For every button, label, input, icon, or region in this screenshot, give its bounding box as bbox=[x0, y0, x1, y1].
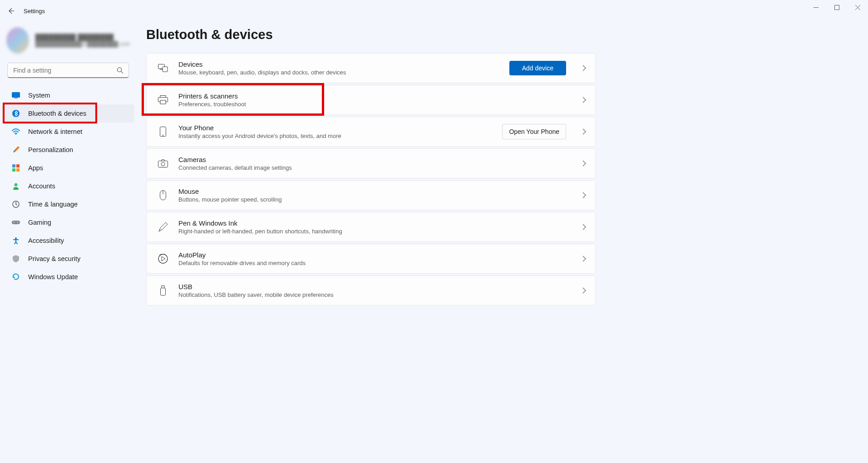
sidebar-item-accessibility[interactable]: Accessibility bbox=[2, 232, 134, 250]
sidebar-item-label: Network & internet bbox=[28, 128, 82, 135]
close-button[interactable] bbox=[847, 0, 868, 15]
shield-icon bbox=[12, 255, 20, 263]
sidebar-item-privacy-security[interactable]: Privacy & security bbox=[2, 250, 134, 268]
sidebar: █████████ ████████ ████████████@████████… bbox=[0, 22, 136, 307]
card-subtitle: Preferences, troubleshoot bbox=[178, 101, 566, 108]
card-subtitle: Defaults for removable drives and memory… bbox=[178, 260, 566, 266]
sidebar-item-gaming[interactable]: Gaming bbox=[2, 213, 134, 232]
maximize-button[interactable] bbox=[826, 0, 847, 15]
card-usb[interactable]: USB Notifications, USB battery saver, mo… bbox=[146, 276, 596, 305]
card-devices[interactable]: Devices Mouse, keyboard, pen, audio, dis… bbox=[146, 53, 596, 83]
svg-point-34 bbox=[158, 254, 168, 263]
accessibility-icon bbox=[12, 236, 20, 245]
window-controls bbox=[805, 0, 868, 15]
chevron-right-icon bbox=[582, 224, 586, 230]
sidebar-item-personalization[interactable]: Personalization bbox=[2, 141, 134, 159]
sidebar-item-bluetooth-devices[interactable]: Bluetooth & devices bbox=[2, 104, 134, 123]
profile-block[interactable]: █████████ ████████ ████████████@████████… bbox=[2, 22, 134, 63]
page-title: Bluetooth & devices bbox=[146, 27, 859, 42]
svg-text:文: 文 bbox=[15, 201, 17, 204]
card-title: USB bbox=[178, 283, 566, 291]
sidebar-item-network[interactable]: Network & internet bbox=[2, 123, 134, 141]
card-subtitle: Connected cameras, default image setting… bbox=[178, 164, 566, 171]
chevron-right-icon bbox=[582, 160, 586, 167]
svg-point-10 bbox=[15, 134, 16, 135]
card-subtitle: Instantly access your Android device's p… bbox=[178, 133, 492, 139]
card-cameras[interactable]: Cameras Connected cameras, default image… bbox=[146, 148, 596, 178]
card-printers-scanners[interactable]: Printers & scanners Preferences, trouble… bbox=[146, 85, 596, 115]
card-subtitle: Mouse, keyboard, pen, audio, displays an… bbox=[178, 69, 499, 76]
minimize-button[interactable] bbox=[805, 0, 826, 15]
mouse-icon bbox=[158, 190, 168, 201]
paintbrush-icon bbox=[12, 146, 20, 154]
svg-rect-25 bbox=[160, 96, 166, 98]
svg-point-20 bbox=[17, 222, 18, 223]
card-your-phone[interactable]: Your Phone Instantly access your Android… bbox=[146, 117, 596, 147]
system-icon bbox=[12, 91, 20, 99]
open-your-phone-button[interactable]: Open Your Phone bbox=[502, 124, 566, 139]
card-pen-ink[interactable]: Pen & Windows Ink Right-handed or left-h… bbox=[146, 212, 596, 242]
search-input[interactable] bbox=[7, 63, 129, 78]
printer-icon bbox=[158, 94, 168, 105]
svg-line-6 bbox=[121, 71, 123, 73]
svg-rect-12 bbox=[16, 164, 20, 167]
nav-list: System Bluetooth & devices Network & int… bbox=[2, 86, 134, 286]
svg-rect-8 bbox=[14, 98, 18, 99]
svg-rect-35 bbox=[162, 286, 164, 288]
chevron-right-icon bbox=[582, 287, 586, 294]
usb-icon bbox=[158, 285, 168, 296]
sidebar-item-label: Accessibility bbox=[28, 237, 64, 244]
sidebar-item-label: Gaming bbox=[28, 219, 51, 226]
card-subtitle: Right-handed or left-handed, pen button … bbox=[178, 228, 566, 235]
main-content: Bluetooth & devices Devices Mouse, keybo… bbox=[136, 22, 868, 307]
svg-point-19 bbox=[14, 222, 15, 223]
svg-rect-7 bbox=[12, 93, 20, 98]
camera-icon bbox=[158, 158, 168, 169]
svg-rect-24 bbox=[160, 69, 163, 69]
chevron-right-icon bbox=[582, 256, 586, 262]
svg-rect-30 bbox=[158, 161, 168, 167]
sidebar-item-label: Accounts bbox=[28, 182, 55, 190]
svg-rect-18 bbox=[12, 221, 20, 224]
sidebar-item-label: Windows Update bbox=[28, 273, 78, 281]
svg-rect-27 bbox=[160, 100, 166, 104]
svg-rect-1 bbox=[834, 5, 839, 10]
sidebar-item-accounts[interactable]: Accounts bbox=[2, 177, 134, 195]
card-title: Pen & Windows Ink bbox=[178, 219, 566, 227]
titlebar: Settings bbox=[0, 0, 868, 22]
phone-icon bbox=[158, 126, 168, 137]
svg-rect-28 bbox=[160, 127, 166, 137]
devices-icon bbox=[158, 63, 168, 74]
svg-point-31 bbox=[161, 163, 165, 166]
add-device-button[interactable]: Add device bbox=[509, 61, 566, 75]
svg-point-5 bbox=[117, 68, 121, 72]
back-button[interactable] bbox=[6, 6, 15, 15]
card-title: Devices bbox=[178, 60, 499, 68]
card-mouse[interactable]: Mouse Buttons, mouse pointer speed, scro… bbox=[146, 180, 596, 210]
sidebar-item-label: Apps bbox=[28, 164, 43, 172]
chevron-right-icon bbox=[582, 192, 586, 198]
wifi-icon bbox=[12, 128, 20, 136]
svg-rect-11 bbox=[12, 164, 15, 167]
card-title: Your Phone bbox=[178, 124, 492, 132]
card-autoplay[interactable]: AutoPlay Defaults for removable drives a… bbox=[146, 244, 596, 274]
chevron-right-icon bbox=[582, 128, 586, 135]
sidebar-item-label: Time & language bbox=[28, 201, 78, 208]
sidebar-item-apps[interactable]: Apps bbox=[2, 159, 134, 177]
sidebar-item-system[interactable]: System bbox=[2, 86, 134, 104]
apps-icon bbox=[12, 164, 20, 172]
svg-rect-23 bbox=[163, 67, 168, 72]
card-title: AutoPlay bbox=[178, 251, 566, 259]
card-subtitle: Notifications, USB battery saver, mobile… bbox=[178, 291, 566, 298]
svg-rect-14 bbox=[16, 168, 20, 172]
card-title: Printers & scanners bbox=[178, 92, 566, 100]
sidebar-item-windows-update[interactable]: Windows Update bbox=[2, 268, 134, 286]
bluetooth-icon bbox=[12, 109, 20, 118]
update-icon bbox=[12, 273, 20, 281]
sidebar-item-label: Privacy & security bbox=[28, 255, 80, 262]
card-title: Cameras bbox=[178, 156, 566, 163]
svg-point-15 bbox=[15, 183, 18, 187]
gaming-icon bbox=[12, 218, 20, 227]
profile-email: ████████████@████████.com bbox=[35, 41, 130, 47]
sidebar-item-time-language[interactable]: 文 Time & language bbox=[2, 195, 134, 213]
